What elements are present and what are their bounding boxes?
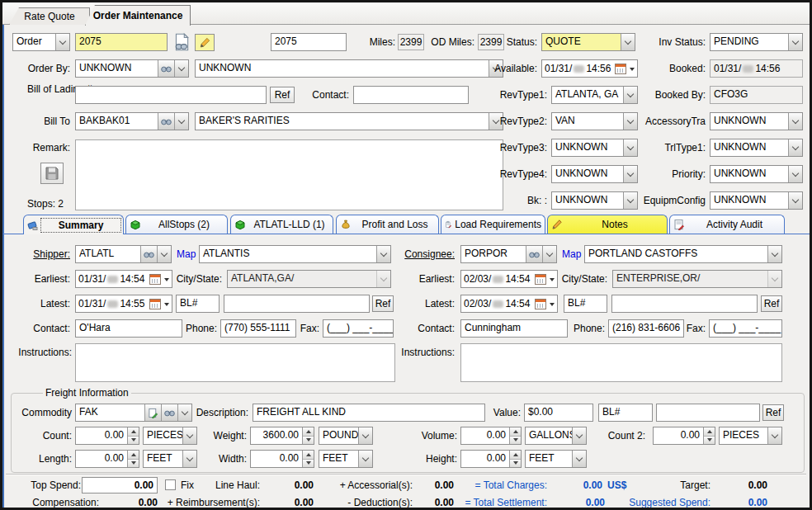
tab-notes[interactable]: Notes <box>547 215 668 234</box>
freight-ref-button[interactable]: Ref <box>762 404 784 421</box>
shipper-instructions-textarea[interactable] <box>75 343 395 382</box>
spin-up-button[interactable] <box>303 451 314 459</box>
spin-down-button[interactable] <box>303 436 314 445</box>
shipper-ref-button[interactable]: Ref <box>372 295 394 312</box>
bill-to-dropdown-button[interactable] <box>174 113 188 130</box>
consignee-dropdown-button[interactable] <box>542 246 556 262</box>
tab-allstops[interactable]: AllStops (2) <box>125 215 228 234</box>
document-search-icon[interactable] <box>172 32 191 52</box>
edit-order-button[interactable] <box>195 34 215 51</box>
consignee-fax-input[interactable]: (___) ___-____ <box>709 319 782 338</box>
trltype1-dropdown-button[interactable] <box>788 139 802 156</box>
height-stepper[interactable]: 0.00 <box>460 450 522 468</box>
length-unit-dropdown-button[interactable] <box>182 451 196 467</box>
consignee-bl-input[interactable] <box>611 295 758 313</box>
length-stepper[interactable]: 0.00 <box>75 450 139 468</box>
order-by-dropdown-button[interactable] <box>174 60 188 77</box>
consignee-ref-button[interactable]: Ref <box>761 295 782 312</box>
spin-down-button[interactable] <box>128 459 139 468</box>
spin-up-button[interactable] <box>128 451 139 459</box>
revtype3-dropdown-button[interactable] <box>623 139 637 156</box>
tab-load-requirements[interactable]: Load Requirements <box>441 215 545 234</box>
priority-select[interactable]: UNKNOWN <box>710 165 803 183</box>
order-number-display[interactable]: 2075 <box>271 33 347 51</box>
shipper-bl-input[interactable] <box>224 295 370 313</box>
calendar-dropdown-arrow[interactable] <box>164 303 169 309</box>
volume-unit-select[interactable]: GALLONS <box>525 427 587 445</box>
calendar-icon[interactable] <box>615 64 626 74</box>
revtype1-dropdown-button[interactable] <box>623 87 637 103</box>
revtype2-dropdown-button[interactable] <box>623 113 637 130</box>
calendar-icon[interactable] <box>535 299 546 309</box>
save-remark-button[interactable] <box>40 163 64 184</box>
revtype2-select[interactable]: VAN <box>551 112 638 130</box>
spin-up-button[interactable] <box>303 427 314 436</box>
bill-to-name-select[interactable]: BAKER'S RARITIES <box>195 112 503 130</box>
inv-status-select[interactable]: PENDING <box>710 33 803 51</box>
bk-select[interactable]: UNKNOWN <box>551 191 638 210</box>
value-input[interactable]: $0.00 <box>524 404 593 422</box>
revtype4-dropdown-button[interactable] <box>623 166 637 182</box>
order-type-dropdown-button[interactable] <box>55 34 69 50</box>
equip-config-dropdown-button[interactable] <box>788 192 802 209</box>
equip-config-select[interactable]: UNKNOWN <box>710 191 803 210</box>
consignee-latest-field[interactable]: 02/03/14:54 <box>460 295 558 313</box>
height-unit-dropdown-button[interactable] <box>572 451 586 467</box>
commodity-lookup-button[interactable] <box>161 404 177 421</box>
spin-down-button[interactable] <box>510 436 521 445</box>
header-contact-input[interactable] <box>353 86 469 104</box>
revtype1-select[interactable]: ATLANTA, GA <box>551 86 638 104</box>
description-input[interactable]: FREIGHT ALL KIND <box>253 404 485 422</box>
order-type-select[interactable]: Order <box>12 33 70 51</box>
spin-down-button[interactable] <box>128 436 139 445</box>
spin-up-button[interactable] <box>510 427 521 436</box>
bill-to-combo[interactable]: BAKBAK01 <box>75 112 189 130</box>
calendar-dropdown-arrow[interactable] <box>550 303 555 309</box>
count2-unit-dropdown-button[interactable] <box>767 427 781 444</box>
commodity-dropdown-button[interactable] <box>177 404 191 421</box>
commodity-combo[interactable]: FAK <box>75 404 192 422</box>
calendar-dropdown-arrow[interactable] <box>550 278 555 284</box>
status-select[interactable]: QUOTE <box>541 33 635 51</box>
tab-activity-audit[interactable]: Activity Audit <box>669 215 785 234</box>
accessory-select[interactable]: UNKNOWN <box>710 112 803 130</box>
count-unit-select[interactable]: PIECES <box>143 427 197 445</box>
count2-stepper[interactable]: 0.00 <box>653 427 715 445</box>
bol-ref-button[interactable]: Ref <box>270 87 295 103</box>
consignee-name-dropdown-button[interactable] <box>767 246 781 262</box>
calendar-dropdown-arrow[interactable] <box>164 278 169 284</box>
tab-profit-and-loss[interactable]: Profit and Loss <box>336 215 439 234</box>
shipper-name-select[interactable]: ATLANTIS <box>199 245 391 263</box>
length-unit-select[interactable]: FEET <box>143 450 197 468</box>
commodity-edit-button[interactable] <box>144 404 161 421</box>
width-unit-dropdown-button[interactable] <box>358 451 372 467</box>
available-date-field[interactable]: 01/31/14:56 <box>541 59 638 78</box>
spin-down-button[interactable] <box>303 459 314 468</box>
consignee-combo[interactable]: PORPOR <box>460 245 557 263</box>
tab-order-maintenance[interactable]: Order Maintenance <box>85 5 191 26</box>
consignee-label[interactable]: Consignee: <box>390 248 455 260</box>
calendar-dropdown-arrow[interactable] <box>630 68 635 73</box>
bill-to-lookup-button[interactable] <box>158 113 174 130</box>
spin-up-button[interactable] <box>704 427 715 436</box>
consignee-name-select[interactable]: PORTLAND CASTOFFS <box>584 245 782 263</box>
spin-up-button[interactable] <box>128 427 139 436</box>
calendar-icon[interactable] <box>149 274 161 285</box>
status-dropdown-button[interactable] <box>621 34 635 50</box>
fix-checkbox[interactable] <box>165 479 176 490</box>
height-unit-select[interactable]: FEET <box>525 450 587 468</box>
width-unit-select[interactable]: FEET <box>319 450 373 468</box>
width-stepper[interactable]: 0.00 <box>250 450 314 468</box>
calendar-icon[interactable] <box>149 299 161 309</box>
order-by-name-select[interactable]: UNKNOWN <box>195 59 503 78</box>
consignee-map-link[interactable]: Map <box>562 248 581 260</box>
consignee-lookup-button[interactable] <box>526 246 542 262</box>
weight-unit-select[interactable]: POUNDS <box>319 427 373 445</box>
shipper-combo[interactable]: ATLATL <box>75 245 172 263</box>
volume-stepper[interactable]: 0.00 <box>460 427 522 445</box>
volume-unit-dropdown-button[interactable] <box>572 427 586 444</box>
shipper-dropdown-button[interactable] <box>157 246 171 262</box>
consignee-phone-input[interactable]: (216) 831-6606 <box>608 319 684 338</box>
bk-dropdown-button[interactable] <box>623 192 637 209</box>
shipper-fax-input[interactable]: (___) ___-____ <box>323 319 394 338</box>
